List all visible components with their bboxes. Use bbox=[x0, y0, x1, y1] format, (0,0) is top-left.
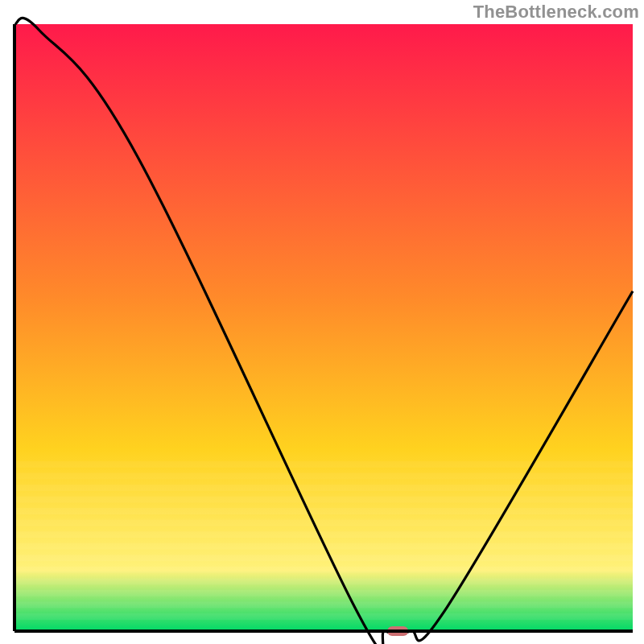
svg-rect-11 bbox=[14, 578, 633, 584]
svg-rect-10 bbox=[14, 567, 633, 573]
plot-background bbox=[14, 24, 633, 631]
svg-rect-5 bbox=[14, 508, 633, 514]
svg-rect-9 bbox=[14, 555, 633, 561]
svg-rect-1 bbox=[14, 461, 633, 468]
bottleneck-chart bbox=[0, 0, 644, 644]
svg-rect-2 bbox=[14, 473, 633, 479]
svg-rect-6 bbox=[14, 520, 633, 526]
svg-rect-13 bbox=[14, 601, 633, 608]
svg-rect-4 bbox=[14, 497, 633, 503]
svg-rect-14 bbox=[14, 613, 633, 620]
svg-rect-7 bbox=[14, 531, 633, 538]
chart-stage: TheBottleneck.com bbox=[0, 0, 644, 644]
svg-rect-3 bbox=[14, 485, 633, 491]
svg-rect-12 bbox=[14, 590, 633, 597]
